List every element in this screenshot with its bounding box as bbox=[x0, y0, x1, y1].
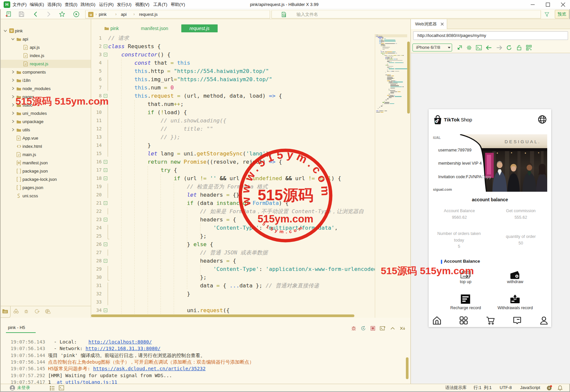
tree-item-pink[interactable]: upink bbox=[0, 27, 91, 35]
console-tab[interactable]: pink - H5 bbox=[8, 325, 25, 330]
resize-window-icon[interactable] bbox=[457, 45, 462, 50]
category-grid-icon[interactable] bbox=[459, 316, 468, 325]
fold-marker[interactable] bbox=[104, 201, 107, 205]
menu-V[interactable]: 视图(V) bbox=[135, 0, 149, 9]
fold-marker[interactable] bbox=[104, 160, 107, 164]
editor-tab-pink[interactable]: pink bbox=[103, 24, 122, 32]
fold-marker[interactable] bbox=[104, 218, 107, 221]
minimize-button[interactable] bbox=[528, 0, 538, 9]
cart-icon[interactable] bbox=[486, 316, 495, 325]
console-terminal-icon[interactable] bbox=[476, 45, 481, 50]
browser-back-icon[interactable] bbox=[485, 45, 491, 50]
fold-marker[interactable] bbox=[104, 259, 107, 263]
console-scrollbar[interactable] bbox=[406, 357, 409, 379]
chevron-right-icon[interactable] bbox=[11, 128, 15, 132]
wallet-icon[interactable] bbox=[510, 271, 520, 279]
search-input[interactable]: 输入文件名 bbox=[271, 10, 541, 18]
status-UTF8[interactable]: UTF-8 bbox=[500, 384, 512, 391]
run-icon[interactable] bbox=[73, 11, 80, 17]
search-tab-icon[interactable] bbox=[13, 309, 19, 315]
card-up-icon[interactable] bbox=[510, 294, 520, 304]
debug-tab-icon[interactable] bbox=[24, 309, 30, 315]
doc-icon[interactable] bbox=[460, 294, 471, 304]
console-link[interactable]: https://ask.dcloud.net.cn/article/35232 bbox=[93, 366, 205, 371]
save-icon[interactable] bbox=[18, 11, 25, 17]
chevron-right-icon[interactable] bbox=[11, 86, 15, 90]
editor-tab-manifest.json[interactable]: manifest.json bbox=[140, 24, 169, 32]
menu-I[interactable]: 查找(I) bbox=[65, 0, 77, 9]
tree-item-request.js[interactable]: Jrequest.js bbox=[0, 60, 91, 68]
new-terminal-icon[interactable] bbox=[380, 326, 385, 331]
tree-item-main.js[interactable]: Jmain.js bbox=[0, 150, 91, 159]
status-[interactable]: 语法提示库 bbox=[445, 384, 467, 391]
tree-item-manifest.json[interactable]: manifest.json bbox=[0, 159, 91, 167]
chevron-right-icon[interactable] bbox=[11, 78, 15, 82]
tree-item-api.js[interactable]: Japi.js bbox=[0, 43, 91, 51]
filter-funnel-icon[interactable] bbox=[544, 12, 550, 17]
chevron-right-icon[interactable] bbox=[11, 111, 15, 115]
globe-icon[interactable] bbox=[538, 115, 547, 124]
web-tab-icon[interactable] bbox=[45, 309, 51, 315]
tree-item-index.js[interactable]: Jindex.js bbox=[0, 51, 91, 60]
menu-R[interactable]: 运行(R) bbox=[99, 0, 114, 9]
breadcrumb-file[interactable]: request.js bbox=[139, 11, 158, 18]
tree-item-components[interactable]: components bbox=[0, 68, 91, 76]
tree-item-package-lock.json[interactable]: package-lock.json bbox=[0, 175, 91, 183]
editor-vertical-scrollbar[interactable] bbox=[407, 42, 410, 114]
tree-item-utils[interactable]: utils bbox=[0, 126, 91, 134]
tree-item-App.vue[interactable]: VApp.vue bbox=[0, 134, 91, 142]
refresh-tab-icon[interactable] bbox=[34, 309, 40, 315]
console-link[interactable]: http://localhost:8080/ bbox=[89, 339, 152, 344]
menu-F[interactable]: 文件(F) bbox=[13, 0, 27, 9]
tree-item-i18n[interactable]: i18n bbox=[0, 76, 91, 84]
fold-marker[interactable] bbox=[104, 53, 107, 56]
device-select[interactable]: iPhone 6/7/8 bbox=[412, 44, 452, 51]
menu-Y[interactable]: 帮助(Y) bbox=[171, 0, 185, 9]
tree-item-pages.json[interactable]: pages.json bbox=[0, 183, 91, 192]
close-console-icon[interactable] bbox=[400, 326, 405, 331]
menu-G[interactable]: 跳转(G) bbox=[81, 0, 95, 9]
copy-button[interactable]: Copy bbox=[481, 175, 491, 179]
fold-marker[interactable] bbox=[104, 168, 107, 172]
back-icon[interactable] bbox=[32, 11, 39, 17]
tree-item-unpackage[interactable]: unpackage bbox=[0, 117, 91, 126]
status-1[interactable]: 列:1 bbox=[484, 384, 492, 391]
close-tab-icon[interactable] bbox=[441, 22, 444, 26]
breadcrumb-folder[interactable]: api bbox=[121, 11, 126, 18]
chevron-down-icon[interactable] bbox=[3, 29, 7, 33]
stop-icon[interactable] bbox=[370, 326, 375, 331]
editor-horizontal-scrollbar[interactable] bbox=[91, 314, 354, 317]
console-link[interactable]: http://192.168.31.33:8080/ bbox=[86, 346, 160, 351]
forward-icon[interactable] bbox=[45, 11, 52, 17]
fold-marker[interactable] bbox=[104, 309, 107, 312]
fold-marker[interactable] bbox=[104, 243, 107, 246]
home-icon[interactable] bbox=[432, 316, 442, 325]
terminal-statusbar-icon[interactable] bbox=[59, 385, 64, 390]
preview-button[interactable]: 预览 bbox=[555, 10, 569, 18]
fold-marker[interactable] bbox=[104, 177, 107, 180]
browser-forward-icon[interactable] bbox=[496, 45, 502, 50]
tree-item-uni_modules[interactable]: uni_modules bbox=[0, 109, 91, 117]
tree-item-api[interactable]: api bbox=[0, 35, 91, 43]
web-browser-tab[interactable]: Web浏览器 bbox=[411, 19, 447, 29]
chevron-right-icon[interactable] bbox=[11, 95, 15, 99]
qr-code-icon[interactable] bbox=[526, 45, 532, 50]
breadcrumb-project[interactable]: pink bbox=[99, 11, 107, 18]
maximize-button[interactable] bbox=[543, 0, 553, 9]
menu-T[interactable]: 工具(T) bbox=[153, 0, 167, 9]
restart-icon[interactable] bbox=[361, 326, 366, 331]
url-input[interactable]: http://localhost:8080/#/pages/my/my bbox=[413, 31, 568, 40]
outline-list-icon[interactable] bbox=[50, 386, 55, 390]
menu-U[interactable]: 发行(U) bbox=[117, 0, 131, 9]
new-file-icon[interactable] bbox=[5, 11, 12, 17]
update-download-icon[interactable] bbox=[547, 385, 552, 391]
message-icon[interactable] bbox=[513, 316, 522, 325]
bookmark-star-icon[interactable] bbox=[59, 11, 65, 17]
menu-S[interactable]: 选择(S) bbox=[47, 0, 61, 9]
editor-tab-request.js[interactable]: request.js bbox=[181, 24, 218, 32]
unlock-icon[interactable] bbox=[517, 45, 522, 50]
tree-item-uni.scss[interactable]: uni.scss bbox=[0, 192, 91, 200]
tree-item-node_modules[interactable]: node_modules bbox=[0, 84, 91, 93]
files-tab-icon[interactable] bbox=[2, 309, 8, 315]
fold-marker[interactable] bbox=[104, 45, 107, 48]
